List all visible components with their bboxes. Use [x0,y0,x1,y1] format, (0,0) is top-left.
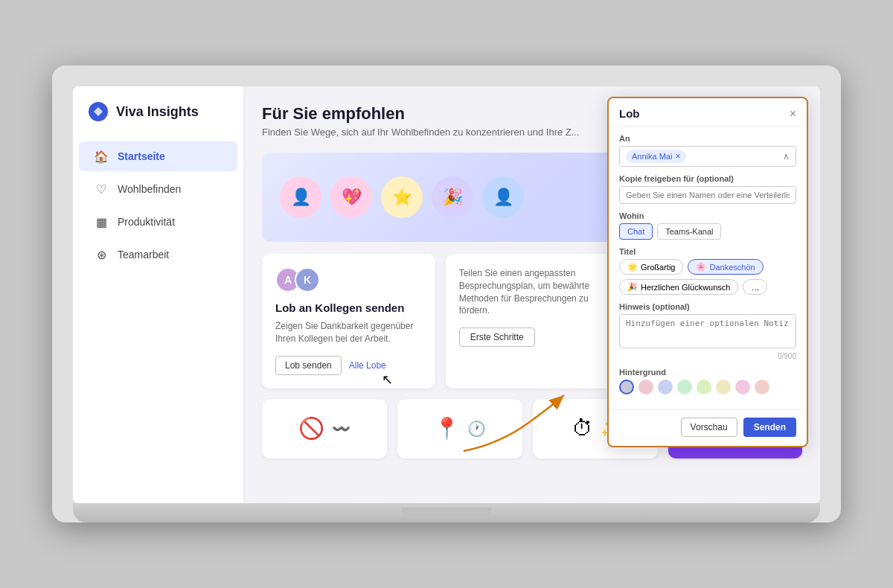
color-dot-4[interactable] [677,380,692,394]
card-lob-desc: Zeigen Sie Dankbarkeit gegenüber Ihren K… [275,320,422,345]
bottom-card-1: 🚫 〰️ [262,399,387,458]
sidebar-item-startseite[interactable]: 🏠 Startseite [79,141,237,171]
color-dot-7[interactable] [735,380,750,394]
app-logo: Viva Insights [73,101,243,140]
color-dot-2[interactable] [638,380,653,394]
color-dot-1[interactable] [619,380,634,394]
badge-glueckwunsch-emoji: 🎉 [627,282,638,292]
badge-more[interactable]: … [743,279,767,295]
to-label: An [619,134,796,143]
modal-footer: Vorschau Senden [609,409,807,446]
placeholder-2: 📍 🕐 [434,416,486,441]
badge-dankeschoen-emoji: 🌸 [696,262,706,272]
to-tag-remove[interactable]: × [675,151,680,162]
modal-body: An Annika Mai × ∧ Kopie freige [609,127,807,409]
sidebar-label-produktivitaet: Produktivität [118,216,175,228]
kopie-label: Kopie freigeben für (optional) [619,174,796,183]
sidebar-item-produktivitaet[interactable]: ▦ Produktivität [79,207,237,237]
to-tag: Annika Mai × [626,150,686,163]
char-count: 0/900 [619,352,796,360]
timer-icon: ⏱ [572,416,593,441]
sidebar-item-teamarbeit[interactable]: ⊛ Teamarbeit [79,240,237,269]
lob-modal: Lob × An Annika Mai × ∧ [607,97,808,447]
badge-dankeschoen-label: Dankeschön [709,263,755,272]
hintergrund-field-row: Hintergrund [619,368,796,394]
vorschau-button[interactable]: Vorschau [681,418,737,437]
card-besprechung-desc: Teilen Sie einen angepassten Besprechung… [459,267,606,317]
hinweis-label: Hinweis (optional) [619,302,796,311]
modal-close-button[interactable]: × [790,108,796,120]
bottom-card-2: 📍 🕐 [397,399,522,458]
badge-dankeschoen[interactable]: 🌸 Dankeschön [688,259,763,275]
wohin-kanal-button[interactable]: Teams-Kanal [657,223,721,240]
hero-bubble-profile2: 👤 [482,176,524,218]
no-icon: 🚫 [298,416,324,441]
sidebar-label-startseite: Startseite [118,150,165,162]
avatar-2: K [295,267,320,293]
hinweis-textarea[interactable] [619,314,796,348]
wohin-field-row: Wohin Chat Teams-Kanal [619,211,796,240]
viva-insights-logo-icon [88,101,109,122]
cursor-pointer: ↖ [382,371,393,388]
to-tag-value: Annika Mai [632,152,672,161]
modal-title: Lob [619,107,640,120]
modal-header: Lob × [609,98,807,127]
hinweis-field-row: Hinweis (optional) 0/900 [619,302,796,360]
kopie-input[interactable] [619,186,796,204]
sidebar: Viva Insights 🏠 Startseite ♡ Wohlbefinde… [73,86,244,503]
main-content: Für Sie empfohlen Finden Sie Wege, sich … [244,86,820,503]
sidebar-label-teamarbeit: Teamarbeit [118,249,169,261]
badge-group: 🌟 Großartig 🌸 Dankeschön 🎉 Herzlichen G [619,259,796,295]
badge-glueckwunsch[interactable]: 🎉 Herzlichen Glückwunsch [619,279,738,295]
card-lob-title: Lob an Kollegen senden [275,301,422,314]
heart-icon: ♡ [94,182,109,196]
wave-icon: 〰️ [332,420,351,438]
titel-field-row: Titel 🌟 Großartig 🌸 Dankeschön [619,247,796,295]
color-row [619,380,796,394]
kopie-field-row: Kopie freigeben für (optional) [619,174,796,204]
color-dot-8[interactable] [755,380,769,394]
grid-icon: ▦ [94,214,109,229]
card-lob-actions: Lob senden Alle Lobe [275,356,422,375]
hero-bubble-star: ⭐ [381,176,423,218]
hintergrund-label: Hintergrund [619,368,796,377]
badge-grossartig-emoji: 🌟 [627,262,638,272]
hero-bubble-party: 🎉 [432,176,473,218]
lob-senden-button[interactable]: Lob senden [275,356,342,375]
wohin-toggle-group: Chat Teams-Kanal [619,223,796,240]
card-besprechung-actions: Erste Schritte [459,327,606,347]
home-icon: 🏠 [94,149,109,164]
titel-label: Titel [619,247,796,256]
placeholder-1: 🚫 〰️ [298,416,351,441]
clock-icon2: 🕐 [467,420,486,438]
color-dot-5[interactable] [697,380,711,394]
hero-bubble-profile: 👤 [280,176,321,218]
badge-grossartig[interactable]: 🌟 Großartig [619,259,683,275]
card-lob-avatars: A K [275,267,422,293]
badge-glueckwunsch-label: Herzlichen Glückwunsch [641,283,730,292]
color-dot-6[interactable] [716,380,731,394]
wohin-label: Wohin [619,211,796,220]
hero-bubble-heart: 💖 [330,176,372,218]
to-field-row: An Annika Mai × ∧ [619,134,796,167]
color-dot-3[interactable] [658,380,673,394]
badge-grossartig-label: Großartig [641,263,675,272]
wohin-chat-button[interactable]: Chat [619,223,653,240]
location-icon: 📍 [434,416,460,441]
hero-icons: 👤 💖 ⭐ 🎉 👤 [280,176,524,218]
to-chevron-up: ∧ [783,151,790,162]
app-title: Viva Insights [116,104,199,120]
sidebar-item-wohlbefinden[interactable]: ♡ Wohlbefinden [79,174,237,204]
team-icon: ⊛ [94,247,109,262]
sidebar-label-wohlbefinden: Wohlbefinden [118,183,181,195]
senden-button[interactable]: Senden [743,418,796,437]
to-input[interactable]: Annika Mai × ∧ [619,146,796,167]
card-besprechung: Teilen Sie einen angepassten Besprechung… [446,254,619,389]
erste-schritte-button[interactable]: Erste Schritte [459,327,535,347]
alle-lobe-link[interactable]: Alle Lobe [349,360,386,371]
card-lob: A K Lob an Kollegen senden Zeigen Sie Da… [262,254,435,389]
